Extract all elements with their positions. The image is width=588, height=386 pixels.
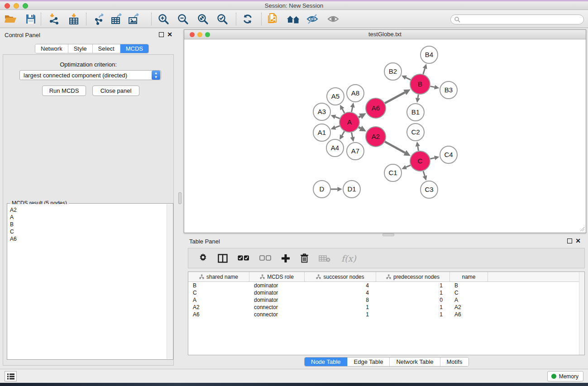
graph-node-B4[interactable]: B4 xyxy=(421,46,438,63)
node-table[interactable]: shared nameMCDS rolesuccessor nodesprede… xyxy=(188,272,585,355)
column-header-successor-nodes[interactable]: successor nodes xyxy=(305,272,376,281)
toolbar-separator xyxy=(236,13,236,25)
graph-node-A3[interactable]: A3 xyxy=(313,103,330,120)
float-panel-icon[interactable] xyxy=(159,32,164,37)
select-all-columns-button[interactable] xyxy=(238,255,249,261)
export-image-button[interactable] xyxy=(126,11,142,27)
tab-network-table[interactable]: Network Table xyxy=(390,357,440,366)
minimize-network-icon[interactable] xyxy=(197,32,202,37)
delete-table-button[interactable] xyxy=(319,255,330,262)
table-row[interactable]: Cdominator41C xyxy=(188,289,584,296)
export-network-button[interactable] xyxy=(91,11,108,27)
table-cell: connector xyxy=(249,311,305,318)
graph-node-A6[interactable]: A6 xyxy=(366,98,386,118)
table-settings-button[interactable] xyxy=(198,253,208,263)
houses-icon xyxy=(287,14,300,24)
table-scrollbar[interactable] xyxy=(579,272,584,355)
graph-node-D1[interactable]: D1 xyxy=(343,181,360,198)
mcds-result-item[interactable]: A xyxy=(10,214,167,221)
tab-motifs[interactable]: Motifs xyxy=(440,357,469,366)
add-row-button[interactable] xyxy=(281,254,290,263)
zoom-window-icon[interactable] xyxy=(23,3,28,9)
home-layout-button[interactable] xyxy=(285,11,301,27)
close-window-icon[interactable] xyxy=(5,3,10,9)
hide-graphics-details-button[interactable] xyxy=(304,11,320,27)
tab-mcds[interactable]: MCDS xyxy=(120,44,148,53)
function-builder-button[interactable]: f(x) xyxy=(341,253,356,263)
mcds-result-list[interactable]: A2ABCA6 xyxy=(8,204,167,359)
vertical-splitter-handle[interactable] xyxy=(178,192,182,204)
open-session-button[interactable] xyxy=(2,11,19,27)
network-graph-canvas[interactable]: B4B2BB3A5A8A6A3B1AA1C2A2A4A7C4CC1DD1C3 xyxy=(184,39,586,233)
search-box[interactable] xyxy=(450,14,584,24)
minimize-window-icon[interactable] xyxy=(14,3,19,9)
graph-node-B2[interactable]: B2 xyxy=(384,63,402,80)
criterion-dropdown[interactable]: largest connected component (directed) ▲… xyxy=(19,70,161,80)
table-row[interactable]: Adominator80A xyxy=(188,296,584,304)
table-cell: 1 xyxy=(376,311,450,318)
close-network-icon[interactable] xyxy=(190,32,195,37)
memory-button[interactable]: Memory xyxy=(547,371,583,381)
tab-select[interactable]: Select xyxy=(93,44,120,53)
float-table-panel-icon[interactable] xyxy=(567,238,572,243)
graph-node-C[interactable]: C xyxy=(410,151,430,171)
column-header-predecessor-nodes[interactable]: predecessor nodes xyxy=(376,272,450,281)
close-panel-button[interactable]: Close panel xyxy=(92,86,139,96)
close-table-panel-icon[interactable]: ✕ xyxy=(575,237,581,244)
network-from-file-button[interactable] xyxy=(264,11,281,27)
import-network-button[interactable] xyxy=(46,11,62,27)
graph-node-A[interactable]: A xyxy=(339,112,359,132)
zoom-network-icon[interactable] xyxy=(205,32,210,37)
graph-node-A5[interactable]: A5 xyxy=(327,88,344,105)
graph-node-A1[interactable]: A1 xyxy=(313,124,330,141)
show-graphics-details-button[interactable] xyxy=(325,11,341,27)
svg-text:A5: A5 xyxy=(331,92,339,100)
save-session-button[interactable] xyxy=(23,11,39,27)
close-panel-icon[interactable]: ✕ xyxy=(167,31,172,38)
delete-rows-button[interactable] xyxy=(300,253,309,263)
unselect-all-columns-button[interactable] xyxy=(259,255,271,261)
graph-node-A4[interactable]: A4 xyxy=(326,139,344,157)
graph-node-C3[interactable]: C3 xyxy=(421,181,438,198)
tab-edge-table[interactable]: Edge Table xyxy=(348,357,390,366)
mcds-result-item[interactable]: A2 xyxy=(10,206,167,214)
table-row[interactable]: A2connector11A2 xyxy=(188,304,584,311)
graph-node-B1[interactable]: B1 xyxy=(407,104,424,121)
show-columns-button[interactable] xyxy=(218,254,228,263)
zoom-fit-button[interactable] xyxy=(195,11,211,27)
zoom-selected-button[interactable] xyxy=(214,11,230,27)
graph-node-B3[interactable]: B3 xyxy=(440,81,457,99)
graph-node-A8[interactable]: A8 xyxy=(347,85,364,102)
mcds-result-item[interactable]: B xyxy=(10,221,167,228)
column-header-name[interactable]: name xyxy=(450,272,488,281)
zoom-out-button[interactable] xyxy=(175,11,191,27)
export-table-button[interactable] xyxy=(109,11,125,27)
graph-node-C4[interactable]: C4 xyxy=(440,146,457,163)
attribute-tree-icon xyxy=(260,274,265,279)
table-row[interactable]: A6connector11A6 xyxy=(188,311,584,318)
resize-grip-icon[interactable] xyxy=(579,226,585,232)
graph-node-A2[interactable]: A2 xyxy=(366,127,386,147)
svg-text:D: D xyxy=(320,185,325,193)
graph-node-D[interactable]: D xyxy=(313,181,330,198)
graph-node-C1[interactable]: C1 xyxy=(384,164,402,181)
column-header-shared-name[interactable]: shared name xyxy=(188,272,249,281)
tab-network[interactable]: Network xyxy=(35,44,68,53)
mcds-result-item[interactable]: A6 xyxy=(10,235,167,243)
graph-node-B[interactable]: B xyxy=(410,74,430,94)
search-input[interactable] xyxy=(460,15,583,24)
refresh-layout-button[interactable] xyxy=(239,11,256,27)
run-mcds-button[interactable]: Run MCDS xyxy=(42,86,86,96)
zoom-in-button[interactable] xyxy=(155,11,172,27)
graph-node-C2[interactable]: C2 xyxy=(407,124,424,141)
tab-style[interactable]: Style xyxy=(68,44,93,53)
mcds-list-scrollbar[interactable] xyxy=(167,204,172,359)
import-table-button[interactable] xyxy=(66,11,82,27)
table-row[interactable]: Bdominator41B xyxy=(188,282,584,289)
table-cell: connector xyxy=(249,304,305,311)
graph-node-A7[interactable]: A7 xyxy=(347,143,364,160)
mcds-result-item[interactable]: C xyxy=(10,228,167,235)
tab-node-table[interactable]: Node Table xyxy=(305,357,348,366)
column-header-MCDS-role[interactable]: MCDS role xyxy=(249,272,305,281)
task-history-button[interactable] xyxy=(5,371,17,381)
